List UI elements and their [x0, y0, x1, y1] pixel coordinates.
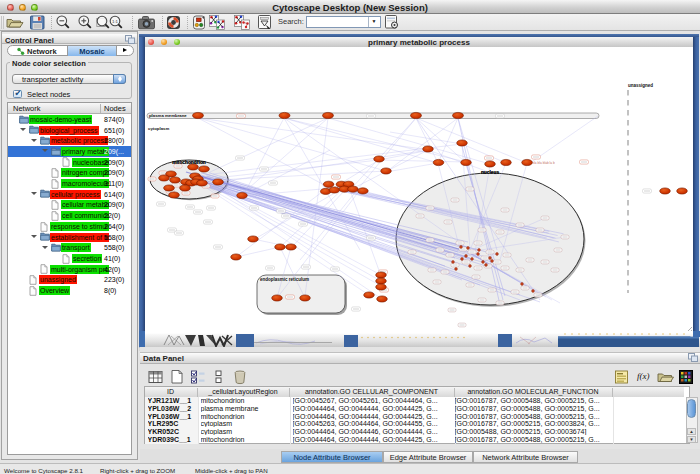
- svg-text:1:1: 1:1: [112, 19, 119, 24]
- svg-text:endoplasmic reticulum: endoplasmic reticulum: [260, 277, 309, 282]
- svg-text:cytoplasm: cytoplasm: [148, 126, 169, 131]
- svg-text:mitochondrion: mitochondrion: [172, 160, 206, 165]
- svg-text:nucleus: nucleus: [481, 170, 499, 175]
- svg-text:plasma membrane: plasma membrane: [149, 113, 187, 118]
- svg-text:unassigned: unassigned: [628, 83, 653, 88]
- svg-text:la bla bla blab la b: la bla bla blab la b: [529, 161, 555, 165]
